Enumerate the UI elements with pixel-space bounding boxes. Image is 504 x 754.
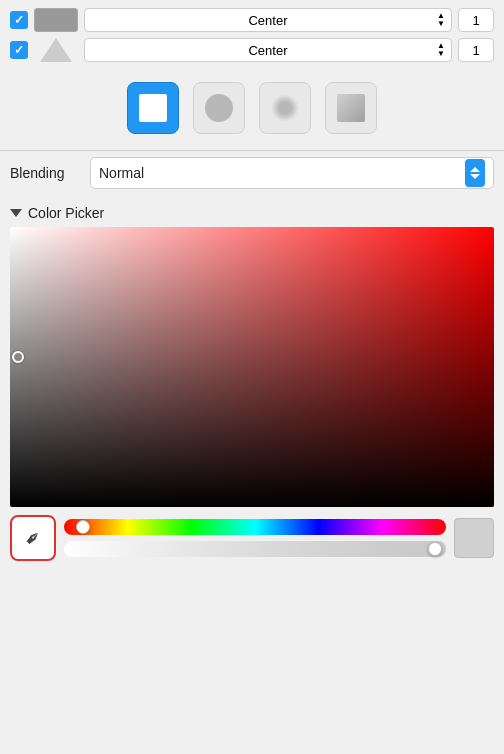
shape-button-gradient[interactable] — [325, 82, 377, 134]
layer-checkbox-1[interactable] — [10, 11, 28, 29]
divider-1 — [0, 150, 504, 151]
alignment-dropdown-1[interactable]: Center ▲▼ — [84, 8, 452, 32]
blending-value: Normal — [99, 165, 465, 181]
circle-soft-icon — [271, 94, 299, 122]
dropdown-arrows-1: ▲▼ — [437, 12, 445, 28]
layer-checkbox-2[interactable] — [10, 41, 28, 59]
shape-buttons-row — [0, 72, 504, 148]
color-gradient-canvas[interactable] — [10, 227, 494, 507]
blending-row: Blending Normal — [0, 153, 504, 199]
layer-row-2: Center ▲▼ 1 — [10, 38, 494, 62]
gradient-dark — [10, 227, 494, 507]
alpha-thumb[interactable] — [428, 542, 442, 556]
shape-button-circle-hard[interactable] — [193, 82, 245, 134]
alpha-slider[interactable] — [64, 541, 446, 557]
hue-thumb[interactable] — [76, 520, 90, 534]
sliders-row: ✒ — [0, 507, 504, 569]
blending-label: Blending — [10, 165, 80, 181]
arrow-down-icon — [470, 174, 480, 179]
collapse-icon — [10, 209, 22, 217]
color-gradient — [10, 227, 494, 507]
eyedropper-button[interactable]: ✒ — [10, 515, 56, 561]
alignment-value-1: Center — [248, 13, 287, 28]
circle-hard-icon — [205, 94, 233, 122]
layer-row-1: Center ▲▼ 1 — [10, 8, 494, 32]
alpha-slider-inner — [64, 541, 446, 557]
picker-indicator[interactable] — [12, 351, 24, 363]
shape-button-circle-soft[interactable] — [259, 82, 311, 134]
layer-swatch-2[interactable] — [34, 38, 78, 62]
sliders-container — [64, 519, 446, 557]
hue-slider[interactable] — [64, 519, 446, 535]
eyedropper-icon: ✒ — [19, 524, 48, 553]
color-picker-label: Color Picker — [28, 205, 104, 221]
shape-button-square[interactable] — [127, 82, 179, 134]
alignment-value-2: Center — [248, 43, 287, 58]
alignment-dropdown-2[interactable]: Center ▲▼ — [84, 38, 452, 62]
opacity-swatch — [454, 518, 494, 558]
dropdown-arrows-2: ▲▼ — [437, 42, 445, 58]
panel: Center ▲▼ 1 Center ▲▼ 1 — [0, 0, 504, 754]
square-icon — [139, 94, 167, 122]
color-picker-header[interactable]: Color Picker — [0, 199, 504, 227]
arrow-up-icon — [470, 167, 480, 172]
number-field-1[interactable]: 1 — [458, 8, 494, 32]
layer-swatch-1[interactable] — [34, 8, 78, 32]
gradient-icon — [337, 94, 365, 122]
blending-arrows — [465, 159, 485, 187]
number-field-2[interactable]: 1 — [458, 38, 494, 62]
blending-dropdown[interactable]: Normal — [90, 157, 494, 189]
